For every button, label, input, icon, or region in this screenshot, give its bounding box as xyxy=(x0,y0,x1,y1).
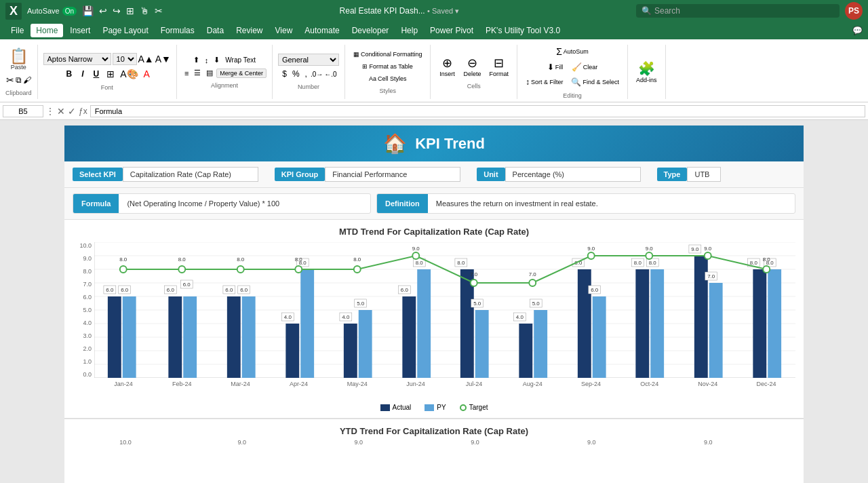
number-format-select[interactable]: General xyxy=(278,54,339,66)
ytd-val-9: 9.0 xyxy=(562,439,620,446)
border-icon[interactable]: ⊞ xyxy=(104,68,117,80)
formula-confirm-icon[interactable]: ✓ xyxy=(68,106,76,117)
align-bottom-icon[interactable]: ⬇ xyxy=(212,55,222,65)
formula-input[interactable] xyxy=(90,105,865,117)
underline-button[interactable]: U xyxy=(90,68,104,80)
x-label-jun: Jun-24 xyxy=(387,378,445,398)
alignment-label: Alignment xyxy=(211,82,238,89)
format-cells-button[interactable]: ⊟ Format xyxy=(486,54,511,79)
formula-bar: ⋮ ✕ ✓ ƒx xyxy=(0,102,868,120)
menu-insert[interactable]: Insert xyxy=(64,24,96,37)
sort-filter-button[interactable]: ↕ Sort & Filter xyxy=(523,76,566,88)
cells-label: Cells xyxy=(467,83,481,90)
align-middle-icon[interactable]: ↕ xyxy=(203,56,211,65)
format-painter-icon[interactable]: 🖌 xyxy=(23,75,31,85)
align-center-icon[interactable]: ☰ xyxy=(192,68,203,78)
conditional-formatting-button[interactable]: ▦ Conditional Formatting xyxy=(351,50,425,59)
x-label-feb: Feb-24 xyxy=(153,378,211,398)
menu-view[interactable]: View xyxy=(270,24,298,37)
bar-apr-py xyxy=(300,269,314,378)
formula-bar-name-icon[interactable]: ⋮ xyxy=(46,107,54,116)
formula-expand-icon[interactable]: ƒx xyxy=(79,107,87,116)
percent-icon[interactable]: % xyxy=(290,69,302,79)
select-kpi-label: Select KPI xyxy=(73,168,123,181)
menu-review[interactable]: Review xyxy=(231,24,268,37)
conditional-formatting-label: Conditional Formatting xyxy=(361,51,422,58)
bold-button[interactable]: B xyxy=(62,68,77,80)
align-left-icon[interactable]: ≡ xyxy=(182,69,191,78)
italic-button[interactable]: I xyxy=(77,68,87,80)
addins-button[interactable]: 🧩 Add-ins xyxy=(633,59,660,85)
toolbar-undo[interactable]: ↩ xyxy=(99,5,107,16)
font-increase-icon[interactable]: A▲ xyxy=(138,54,154,64)
menu-data[interactable]: Data xyxy=(201,24,229,37)
autosum-button[interactable]: Σ AutoSum xyxy=(553,45,591,58)
svg-text:9.0: 9.0 xyxy=(646,246,654,252)
user-avatar[interactable]: PS xyxy=(845,2,863,20)
menu-pk-utility[interactable]: PK's Utility Tool V3.0 xyxy=(480,24,566,37)
svg-text:5.0: 5.0 xyxy=(473,301,481,307)
increase-decimal-icon[interactable]: .0→ xyxy=(311,71,323,78)
copy-icon[interactable]: ⧉ xyxy=(16,75,22,85)
toolbar-cut[interactable]: ✂ xyxy=(155,5,163,16)
paste-button[interactable]: 📋 Paste xyxy=(7,47,31,72)
format-cells-icon: ⊟ xyxy=(494,56,504,71)
top-bar: X AutoSave On 💾 ↩ ↪ ⊞ 🖱 ✂ Real Estate KP… xyxy=(0,0,868,22)
delete-cells-button[interactable]: ⊖ Delete xyxy=(460,54,484,79)
menu-file[interactable]: File xyxy=(5,24,29,37)
bar-dec-py xyxy=(768,269,781,378)
fill-button[interactable]: ⬇ Fill xyxy=(545,61,566,73)
align-top-icon[interactable]: ⬆ xyxy=(191,55,201,65)
unit-value[interactable]: Percentage (%) xyxy=(505,167,641,182)
merge-center-button[interactable]: Merge & Center xyxy=(216,69,267,78)
svg-text:8.0: 8.0 xyxy=(649,260,657,266)
svg-text:8.0: 8.0 xyxy=(416,260,424,266)
insert-cells-button[interactable]: ⊕ Insert xyxy=(436,54,458,79)
formula-cancel-icon[interactable]: ✕ xyxy=(57,106,65,117)
toolbar-grid[interactable]: ⊞ xyxy=(126,5,134,16)
select-kpi-value[interactable]: Capitalization Rate (Cap Rate) xyxy=(123,167,258,182)
y-axis: 0.0 1.0 2.0 3.0 4.0 5.0 6.0 7.0 8.0 9.0 … xyxy=(73,242,94,378)
svg-text:6.0: 6.0 xyxy=(225,287,233,293)
cut-icon[interactable]: ✂ xyxy=(6,75,14,85)
wrap-text-icon[interactable]: Wrap Text xyxy=(223,56,258,64)
definition-card-label: Definition xyxy=(377,194,428,213)
menu-power-pivot[interactable]: Power Pivot xyxy=(425,24,479,37)
cell-styles-button[interactable]: Aa Cell Styles xyxy=(366,74,410,83)
svg-text:6.0: 6.0 xyxy=(167,287,175,293)
menu-formulas[interactable]: Formulas xyxy=(155,24,200,37)
comment-icon[interactable]: 💬 xyxy=(852,26,863,35)
currency-icon[interactable]: $ xyxy=(280,69,289,79)
decrease-decimal-icon[interactable]: ←.0 xyxy=(324,71,336,78)
x-label-may: May-24 xyxy=(328,378,387,398)
paste-label: Paste xyxy=(11,64,26,71)
svg-point-79 xyxy=(529,279,536,286)
toolbar-cursor[interactable]: 🖱 xyxy=(140,5,149,16)
align-right-icon[interactable]: ▤ xyxy=(204,68,215,78)
svg-point-73 xyxy=(178,266,185,273)
comma-icon[interactable]: , xyxy=(303,69,309,79)
search-bar[interactable]: 🔍 Search xyxy=(636,4,840,18)
cell-reference-input[interactable] xyxy=(3,105,43,117)
menu-home[interactable]: Home xyxy=(31,24,63,37)
fill-color-icon[interactable]: A🎨 xyxy=(118,68,140,80)
font-family-select[interactable]: Aptos Narrow xyxy=(43,53,111,65)
find-select-button[interactable]: 🔍 Find & Select xyxy=(568,76,622,88)
menu-page-layout[interactable]: Page Layout xyxy=(97,24,153,37)
font-color-icon[interactable]: A xyxy=(142,68,152,80)
type-value[interactable]: UTB xyxy=(687,167,721,182)
bar-oct-actual xyxy=(635,269,649,378)
font-decrease-icon[interactable]: A▼ xyxy=(155,54,171,64)
clear-button[interactable]: 🧹 Clear xyxy=(569,61,601,73)
menu-developer[interactable]: Developer xyxy=(347,24,395,37)
format-as-table-button[interactable]: ⊞ Format as Table xyxy=(359,62,415,71)
toolbar-save[interactable]: 💾 xyxy=(82,5,94,16)
x-label-aug: Aug-24 xyxy=(503,378,561,398)
ytd-val-7: 9.0 xyxy=(446,439,505,446)
menu-automate[interactable]: Automate xyxy=(299,24,344,37)
menu-help[interactable]: Help xyxy=(395,24,423,37)
autosave-toggle[interactable]: On xyxy=(62,7,77,16)
font-size-select[interactable]: 10 xyxy=(113,53,137,65)
kpi-group-value[interactable]: Financial Performance xyxy=(325,167,460,182)
toolbar-redo[interactable]: ↪ xyxy=(113,5,121,16)
